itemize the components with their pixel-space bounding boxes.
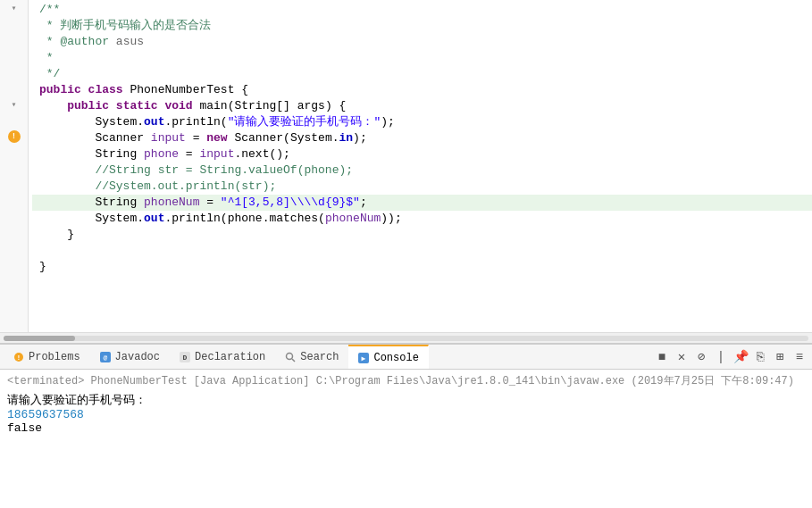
- code-line: }: [32, 259, 812, 275]
- code-token: new: [206, 130, 234, 146]
- tab-label-search: Search: [300, 351, 339, 363]
- fold-icon[interactable]: ▾: [9, 3, 20, 13]
- svg-text:D: D: [183, 354, 188, 362]
- code-token: input: [199, 146, 234, 162]
- code-token: = String.valueOf(phone);: [179, 162, 353, 179]
- fold-icon[interactable]: ▾: [9, 99, 20, 110]
- code-token: input: [151, 130, 186, 146]
- code-token: //String: [39, 162, 158, 179]
- tab-label-declaration: Declaration: [195, 351, 265, 363]
- bottom-panel: !Problems@JavadocDDeclarationSearch▶Cons…: [0, 343, 812, 508]
- margin-cell: [0, 161, 28, 177]
- code-line: * @author asus: [32, 34, 812, 50]
- margin-cell: [0, 209, 28, 225]
- code-token: //System.out.println(str);: [39, 179, 276, 195]
- left-margin: ▾▾!: [0, 0, 29, 332]
- margin-cell: ▾: [0, 0, 28, 16]
- code-token: System.: [39, 114, 144, 130]
- code-token: .next();: [234, 146, 289, 162]
- code-line: public static void main(String[] args) {: [32, 98, 812, 114]
- console-content: <terminated> PhoneNumberTest [Java Appli…: [0, 370, 812, 508]
- code-token: String: [39, 146, 144, 162]
- svg-point-6: [287, 353, 293, 359]
- svg-text:▶: ▶: [362, 354, 366, 362]
- margin-cell: [0, 48, 28, 64]
- code-line: Scanner input = new Scanner(System.in);: [32, 130, 812, 146]
- code-token: str: [158, 162, 179, 179]
- code-token: [39, 98, 67, 114]
- code-token: public: [39, 82, 88, 98]
- remove-button[interactable]: ✕: [673, 348, 691, 366]
- code-line: System.out.println(phone.matches(phoneNu…: [32, 211, 812, 227]
- editor-scrollbar[interactable]: [0, 332, 812, 343]
- tab-problems[interactable]: !Problems: [4, 345, 90, 369]
- editor-area: ▾▾! /** * 判断手机号码输入的是否合法 * @author asus *…: [0, 0, 812, 343]
- code-token: "^1[3,5,8]\\\\d{9}$": [221, 195, 360, 211]
- code-line: //String str = String.valueOf(phone);: [32, 162, 812, 179]
- expand-button[interactable]: ⊞: [771, 348, 789, 366]
- tab-icon-search: [284, 351, 297, 363]
- code-area[interactable]: /** * 判断手机号码输入的是否合法 * @author asus * */p…: [29, 0, 812, 332]
- tab-javadoc[interactable]: @Javadoc: [90, 345, 170, 369]
- margin-cell: [0, 193, 28, 209]
- margin-cell: [0, 225, 28, 241]
- tab-icon-declaration: D: [179, 351, 191, 363]
- code-token: System.: [39, 211, 144, 227]
- code-token: public: [67, 98, 116, 114]
- pin-button[interactable]: 📌: [732, 348, 749, 366]
- code-token: );: [353, 130, 367, 146]
- tab-icon-problems: !: [13, 351, 25, 363]
- editor-main: ▾▾! /** * 判断手机号码输入的是否合法 * @author asus *…: [0, 0, 812, 332]
- margin-cell: [0, 16, 28, 32]
- stop-button[interactable]: ■: [653, 348, 671, 366]
- code-line: * 判断手机号码输入的是否合法: [32, 18, 812, 34]
- code-token: PhoneNumberTest {: [130, 82, 248, 98]
- code-line: /**: [32, 2, 812, 18]
- tab-console[interactable]: ▶Console: [348, 345, 428, 369]
- code-token: phone: [144, 146, 179, 162]
- code-token: */: [39, 66, 60, 82]
- code-token: "请输入要验证的手机号码：": [228, 114, 381, 130]
- clear-button[interactable]: ⊘: [692, 348, 710, 366]
- scrollbar-thumb[interactable]: [4, 336, 75, 341]
- tab-icon-javadoc: @: [99, 351, 112, 363]
- code-token: }: [39, 259, 46, 275]
- code-token: * 判断手机号码输入的是否合法: [39, 18, 211, 34]
- code-token: class: [88, 82, 130, 98]
- code-token: }: [39, 227, 74, 243]
- code-line: System.out.println("请输入要验证的手机号码：");: [32, 114, 812, 130]
- scrollbar-track[interactable]: [4, 336, 808, 341]
- code-line: }: [32, 227, 812, 243]
- tab-declaration[interactable]: DDeclaration: [170, 345, 275, 369]
- code-token: phoneNum: [144, 195, 199, 211]
- code-token: .println(: [164, 114, 227, 130]
- code-token: main(String[] args) {: [199, 98, 346, 114]
- code-token: =: [179, 146, 199, 162]
- tab-label-javadoc: Javadoc: [115, 351, 160, 363]
- margin-cell: [0, 80, 28, 96]
- console-terminated-line: <terminated> PhoneNumberTest [Java Appli…: [7, 373, 805, 388]
- margin-cell: [0, 145, 28, 161]
- code-token: phoneNum: [325, 211, 381, 227]
- tab-icon-console: ▶: [357, 352, 370, 364]
- code-token: asus: [116, 34, 144, 50]
- code-token: ;: [360, 195, 367, 211]
- code-token: *: [39, 50, 54, 66]
- svg-text:!: !: [17, 354, 21, 362]
- view-menu-button[interactable]: ≡: [791, 348, 808, 366]
- code-token: );: [381, 114, 395, 130]
- tab-label-problems: Problems: [29, 351, 80, 363]
- code-token: Scanner: [39, 130, 151, 146]
- code-line: String phone = input.next();: [32, 146, 812, 162]
- margin-cell: [0, 257, 28, 273]
- code-token: =: [199, 195, 220, 211]
- code-line: String phoneNum = "^1[3,5,8]\\\\d{9}$";: [32, 195, 812, 211]
- margin-cell: [0, 112, 28, 129]
- svg-text:@: @: [103, 354, 107, 362]
- margin-cell: [0, 241, 28, 257]
- tab-search[interactable]: Search: [275, 345, 348, 369]
- copy-button[interactable]: ⎘: [751, 348, 769, 366]
- tabs-bar: !Problems@JavadocDDeclarationSearch▶Cons…: [0, 345, 812, 370]
- code-token: void: [164, 98, 199, 114]
- svg-line-7: [292, 359, 295, 362]
